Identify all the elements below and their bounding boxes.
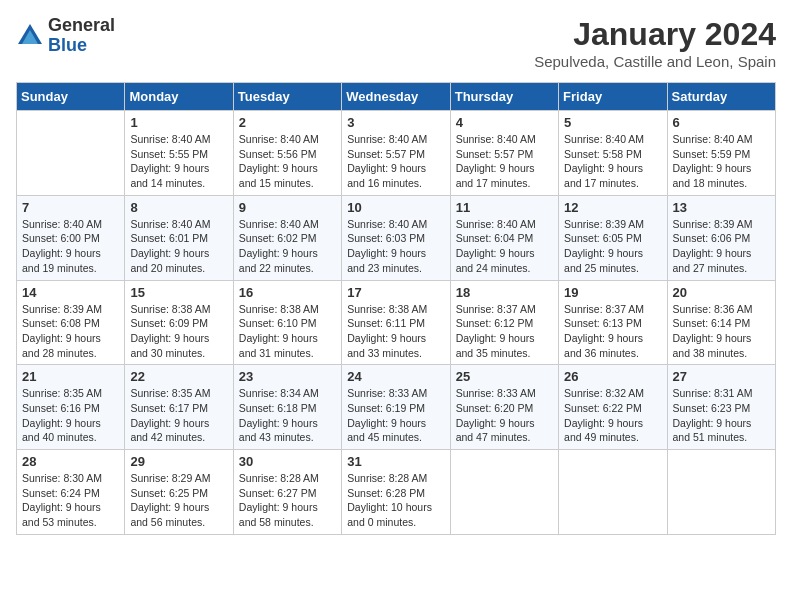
logo-text: General Blue (48, 16, 115, 56)
calendar-cell: 22 Sunrise: 8:35 AMSunset: 6:17 PMDaylig… (125, 365, 233, 450)
week-row-4: 21 Sunrise: 8:35 AMSunset: 6:16 PMDaylig… (17, 365, 776, 450)
day-detail: Sunrise: 8:40 AMSunset: 5:57 PMDaylight:… (456, 133, 536, 189)
calendar-cell: 21 Sunrise: 8:35 AMSunset: 6:16 PMDaylig… (17, 365, 125, 450)
day-number: 21 (22, 369, 119, 384)
logo-icon (16, 22, 44, 50)
calendar-cell: 6 Sunrise: 8:40 AMSunset: 5:59 PMDayligh… (667, 111, 775, 196)
calendar-cell: 8 Sunrise: 8:40 AMSunset: 6:01 PMDayligh… (125, 195, 233, 280)
day-number: 9 (239, 200, 336, 215)
calendar-cell: 4 Sunrise: 8:40 AMSunset: 5:57 PMDayligh… (450, 111, 558, 196)
calendar-cell: 18 Sunrise: 8:37 AMSunset: 6:12 PMDaylig… (450, 280, 558, 365)
calendar-cell: 16 Sunrise: 8:38 AMSunset: 6:10 PMDaylig… (233, 280, 341, 365)
day-detail: Sunrise: 8:40 AMSunset: 6:01 PMDaylight:… (130, 218, 210, 274)
day-detail: Sunrise: 8:33 AMSunset: 6:19 PMDaylight:… (347, 387, 427, 443)
day-detail: Sunrise: 8:40 AMSunset: 5:56 PMDaylight:… (239, 133, 319, 189)
day-number: 30 (239, 454, 336, 469)
day-detail: Sunrise: 8:40 AMSunset: 6:00 PMDaylight:… (22, 218, 102, 274)
calendar-cell (559, 450, 667, 535)
day-detail: Sunrise: 8:32 AMSunset: 6:22 PMDaylight:… (564, 387, 644, 443)
month-title: January 2024 (534, 16, 776, 53)
calendar-cell: 1 Sunrise: 8:40 AMSunset: 5:55 PMDayligh… (125, 111, 233, 196)
day-number: 29 (130, 454, 227, 469)
calendar-cell (667, 450, 775, 535)
day-detail: Sunrise: 8:39 AMSunset: 6:05 PMDaylight:… (564, 218, 644, 274)
calendar-cell: 7 Sunrise: 8:40 AMSunset: 6:00 PMDayligh… (17, 195, 125, 280)
day-number: 2 (239, 115, 336, 130)
logo-blue-text: Blue (48, 36, 115, 56)
day-number: 20 (673, 285, 770, 300)
calendar-cell: 31 Sunrise: 8:28 AMSunset: 6:28 PMDaylig… (342, 450, 450, 535)
calendar-table: SundayMondayTuesdayWednesdayThursdayFrid… (16, 82, 776, 535)
week-row-5: 28 Sunrise: 8:30 AMSunset: 6:24 PMDaylig… (17, 450, 776, 535)
day-detail: Sunrise: 8:40 AMSunset: 6:02 PMDaylight:… (239, 218, 319, 274)
day-number: 7 (22, 200, 119, 215)
calendar-cell: 13 Sunrise: 8:39 AMSunset: 6:06 PMDaylig… (667, 195, 775, 280)
calendar-cell: 27 Sunrise: 8:31 AMSunset: 6:23 PMDaylig… (667, 365, 775, 450)
day-number: 17 (347, 285, 444, 300)
calendar-cell: 24 Sunrise: 8:33 AMSunset: 6:19 PMDaylig… (342, 365, 450, 450)
weekday-header-wednesday: Wednesday (342, 83, 450, 111)
calendar-cell: 3 Sunrise: 8:40 AMSunset: 5:57 PMDayligh… (342, 111, 450, 196)
day-number: 25 (456, 369, 553, 384)
calendar-cell: 10 Sunrise: 8:40 AMSunset: 6:03 PMDaylig… (342, 195, 450, 280)
calendar-cell: 9 Sunrise: 8:40 AMSunset: 6:02 PMDayligh… (233, 195, 341, 280)
calendar-cell: 28 Sunrise: 8:30 AMSunset: 6:24 PMDaylig… (17, 450, 125, 535)
day-detail: Sunrise: 8:29 AMSunset: 6:25 PMDaylight:… (130, 472, 210, 528)
day-number: 6 (673, 115, 770, 130)
day-detail: Sunrise: 8:39 AMSunset: 6:08 PMDaylight:… (22, 303, 102, 359)
calendar-cell: 2 Sunrise: 8:40 AMSunset: 5:56 PMDayligh… (233, 111, 341, 196)
day-detail: Sunrise: 8:40 AMSunset: 5:58 PMDaylight:… (564, 133, 644, 189)
day-detail: Sunrise: 8:35 AMSunset: 6:17 PMDaylight:… (130, 387, 210, 443)
day-number: 13 (673, 200, 770, 215)
day-number: 31 (347, 454, 444, 469)
location-subtitle: Sepulveda, Castille and Leon, Spain (534, 53, 776, 70)
calendar-cell: 25 Sunrise: 8:33 AMSunset: 6:20 PMDaylig… (450, 365, 558, 450)
day-detail: Sunrise: 8:28 AMSunset: 6:27 PMDaylight:… (239, 472, 319, 528)
day-detail: Sunrise: 8:40 AMSunset: 5:57 PMDaylight:… (347, 133, 427, 189)
day-detail: Sunrise: 8:38 AMSunset: 6:09 PMDaylight:… (130, 303, 210, 359)
day-detail: Sunrise: 8:38 AMSunset: 6:10 PMDaylight:… (239, 303, 319, 359)
calendar-cell: 23 Sunrise: 8:34 AMSunset: 6:18 PMDaylig… (233, 365, 341, 450)
weekday-header-saturday: Saturday (667, 83, 775, 111)
week-row-3: 14 Sunrise: 8:39 AMSunset: 6:08 PMDaylig… (17, 280, 776, 365)
calendar-cell: 30 Sunrise: 8:28 AMSunset: 6:27 PMDaylig… (233, 450, 341, 535)
day-number: 1 (130, 115, 227, 130)
day-number: 14 (22, 285, 119, 300)
page-header: General Blue January 2024 Sepulveda, Cas… (16, 16, 776, 70)
calendar-cell: 5 Sunrise: 8:40 AMSunset: 5:58 PMDayligh… (559, 111, 667, 196)
day-detail: Sunrise: 8:40 AMSunset: 6:03 PMDaylight:… (347, 218, 427, 274)
day-number: 11 (456, 200, 553, 215)
day-detail: Sunrise: 8:36 AMSunset: 6:14 PMDaylight:… (673, 303, 753, 359)
calendar-cell: 15 Sunrise: 8:38 AMSunset: 6:09 PMDaylig… (125, 280, 233, 365)
logo-general-text: General (48, 16, 115, 36)
weekday-header-thursday: Thursday (450, 83, 558, 111)
weekday-header-friday: Friday (559, 83, 667, 111)
day-detail: Sunrise: 8:37 AMSunset: 6:12 PMDaylight:… (456, 303, 536, 359)
calendar-cell: 11 Sunrise: 8:40 AMSunset: 6:04 PMDaylig… (450, 195, 558, 280)
day-detail: Sunrise: 8:39 AMSunset: 6:06 PMDaylight:… (673, 218, 753, 274)
day-number: 24 (347, 369, 444, 384)
day-number: 3 (347, 115, 444, 130)
calendar-cell (17, 111, 125, 196)
day-detail: Sunrise: 8:40 AMSunset: 6:04 PMDaylight:… (456, 218, 536, 274)
calendar-cell (450, 450, 558, 535)
day-detail: Sunrise: 8:33 AMSunset: 6:20 PMDaylight:… (456, 387, 536, 443)
day-detail: Sunrise: 8:38 AMSunset: 6:11 PMDaylight:… (347, 303, 427, 359)
week-row-2: 7 Sunrise: 8:40 AMSunset: 6:00 PMDayligh… (17, 195, 776, 280)
day-number: 16 (239, 285, 336, 300)
title-block: January 2024 Sepulveda, Castille and Leo… (534, 16, 776, 70)
calendar-cell: 12 Sunrise: 8:39 AMSunset: 6:05 PMDaylig… (559, 195, 667, 280)
day-number: 4 (456, 115, 553, 130)
day-number: 26 (564, 369, 661, 384)
day-number: 28 (22, 454, 119, 469)
logo: General Blue (16, 16, 115, 56)
day-number: 18 (456, 285, 553, 300)
day-detail: Sunrise: 8:34 AMSunset: 6:18 PMDaylight:… (239, 387, 319, 443)
day-number: 19 (564, 285, 661, 300)
day-number: 8 (130, 200, 227, 215)
calendar-cell: 26 Sunrise: 8:32 AMSunset: 6:22 PMDaylig… (559, 365, 667, 450)
day-number: 27 (673, 369, 770, 384)
day-detail: Sunrise: 8:40 AMSunset: 5:59 PMDaylight:… (673, 133, 753, 189)
day-number: 10 (347, 200, 444, 215)
day-detail: Sunrise: 8:35 AMSunset: 6:16 PMDaylight:… (22, 387, 102, 443)
